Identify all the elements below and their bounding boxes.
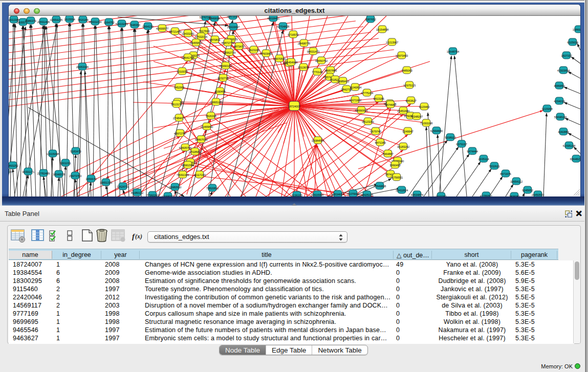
svg-text:3623166: 3623166 xyxy=(248,49,259,52)
svg-text:58867533: 58867533 xyxy=(195,138,208,141)
svg-text:99650752: 99650752 xyxy=(315,59,328,62)
svg-text:38721489: 38721489 xyxy=(169,30,182,33)
svg-text:78091343: 78091343 xyxy=(177,173,189,177)
svg-text:4586850: 4586850 xyxy=(554,84,565,87)
svg-text:63605766: 63605766 xyxy=(179,146,192,149)
svg-text:9463627: 9463627 xyxy=(405,99,417,102)
svg-text:13433200: 13433200 xyxy=(182,32,194,35)
svg-text:22782489: 22782489 xyxy=(37,172,50,175)
svg-text:4060883: 4060883 xyxy=(558,130,569,134)
svg-text:28498776: 28498776 xyxy=(298,42,311,45)
svg-text:20691406: 20691406 xyxy=(37,20,50,24)
svg-text:10973493: 10973493 xyxy=(396,54,408,57)
svg-text:16154838: 16154838 xyxy=(376,28,389,31)
svg-text:11671902: 11671902 xyxy=(349,99,362,102)
svg-text:2087652: 2087652 xyxy=(365,18,376,21)
svg-text:09670546: 09670546 xyxy=(273,57,286,60)
svg-text:32871012: 32871012 xyxy=(227,16,239,18)
svg-text:16117240: 16117240 xyxy=(193,173,206,177)
svg-text:7632621: 7632621 xyxy=(489,165,500,168)
svg-text:4294019: 4294019 xyxy=(554,100,565,103)
svg-text:4893252: 4893252 xyxy=(9,164,19,167)
svg-text:49972787: 49972787 xyxy=(174,132,187,135)
svg-text:(x): (x) xyxy=(135,233,142,240)
svg-text:7648350: 7648350 xyxy=(129,24,140,27)
svg-text:12213967: 12213967 xyxy=(386,41,399,44)
svg-text:10651333: 10651333 xyxy=(100,181,113,184)
svg-text:5674680: 5674680 xyxy=(385,103,396,106)
svg-text:13315098: 13315098 xyxy=(47,152,59,156)
svg-text:61595148: 61595148 xyxy=(563,144,576,147)
svg-text:35454948: 35454948 xyxy=(285,61,298,64)
svg-text:43699577: 43699577 xyxy=(156,27,169,30)
svg-text:06990162: 06990162 xyxy=(220,64,232,68)
svg-text:72624731: 72624731 xyxy=(117,185,129,188)
svg-text:34957885: 34957885 xyxy=(324,69,337,72)
svg-text:2870831: 2870831 xyxy=(209,38,221,41)
svg-text:9301031: 9301031 xyxy=(60,162,71,165)
svg-text:67632016: 67632016 xyxy=(195,35,208,38)
svg-text:20450533: 20450533 xyxy=(532,193,545,196)
svg-text:86872774: 86872774 xyxy=(222,41,234,45)
svg-text:5310033: 5310033 xyxy=(177,70,188,73)
svg-text:0842710: 0842710 xyxy=(341,88,352,91)
svg-text:1656670: 1656670 xyxy=(85,178,97,181)
svg-text:7464887: 7464887 xyxy=(382,152,394,156)
svg-text:48018451: 48018451 xyxy=(267,17,280,20)
svg-text:27849808: 27849808 xyxy=(374,185,386,188)
svg-text:26916697: 26916697 xyxy=(227,26,240,29)
svg-text:5938923: 5938923 xyxy=(445,136,456,139)
svg-text:64990913: 64990913 xyxy=(355,109,368,112)
svg-text:06562729: 06562729 xyxy=(223,51,236,54)
svg-text:4873471: 4873471 xyxy=(233,45,245,48)
svg-text:65648236: 65648236 xyxy=(570,158,580,161)
svg-text:38425135: 38425135 xyxy=(361,193,374,196)
svg-text:1615594: 1615594 xyxy=(64,18,75,21)
svg-text:3990490: 3990490 xyxy=(389,164,401,167)
svg-text:2935114: 2935114 xyxy=(478,158,490,161)
svg-text:53419283: 53419283 xyxy=(116,23,128,26)
svg-text:43303654: 43303654 xyxy=(557,69,570,72)
svg-text:0679740: 0679740 xyxy=(370,130,381,133)
svg-text:93534874: 93534874 xyxy=(411,193,424,196)
svg-text:5183473: 5183473 xyxy=(70,150,81,153)
svg-text:19384554: 19384554 xyxy=(312,139,324,142)
svg-text:74989413: 74989413 xyxy=(337,80,350,83)
svg-text:7826398: 7826398 xyxy=(205,115,216,118)
svg-text:8471676: 8471676 xyxy=(500,172,511,176)
svg-text:8313678: 8313678 xyxy=(298,66,309,69)
svg-text:38346578: 38346578 xyxy=(53,173,66,176)
svg-text:7770143: 7770143 xyxy=(312,71,323,74)
svg-text:90916998: 90916998 xyxy=(311,193,324,196)
svg-text:30980500: 30980500 xyxy=(169,186,182,189)
svg-text:45961586: 45961586 xyxy=(182,164,194,167)
svg-text:12975115: 12975115 xyxy=(403,84,416,87)
svg-text:81080132: 81080132 xyxy=(131,191,144,194)
svg-text:6716572: 6716572 xyxy=(288,33,299,36)
svg-text:62704828: 62704828 xyxy=(277,25,290,28)
svg-text:8613171: 8613171 xyxy=(171,103,182,106)
svg-text:7452991: 7452991 xyxy=(173,86,185,89)
svg-text:27028951: 27028951 xyxy=(189,150,202,154)
svg-text:51079911: 51079911 xyxy=(347,192,360,195)
svg-text:15869232: 15869232 xyxy=(573,28,580,31)
svg-text:55698169: 55698169 xyxy=(554,116,567,119)
svg-text:1607337: 1607337 xyxy=(561,54,572,57)
svg-text:7816184: 7816184 xyxy=(77,18,89,21)
svg-text:6025634: 6025634 xyxy=(567,41,578,44)
svg-text:30391171: 30391171 xyxy=(22,170,35,173)
svg-text:3164752: 3164752 xyxy=(103,21,115,24)
svg-text:7917693: 7917693 xyxy=(199,30,210,33)
svg-text:0249947: 0249947 xyxy=(402,130,413,133)
svg-text:0564139: 0564139 xyxy=(142,25,154,28)
svg-text:8386379: 8386379 xyxy=(25,19,36,23)
svg-text:87603669: 87603669 xyxy=(260,52,273,55)
svg-text:05865185: 05865185 xyxy=(210,101,223,104)
svg-text:94531473: 94531473 xyxy=(307,50,320,53)
svg-text:9474444: 9474444 xyxy=(467,150,478,153)
svg-text:12411824: 12411824 xyxy=(396,189,408,192)
svg-text:43455812: 43455812 xyxy=(190,41,203,45)
svg-text:36183242: 36183242 xyxy=(397,145,410,148)
svg-text:7485063: 7485063 xyxy=(401,69,412,72)
svg-text:78820812: 78820812 xyxy=(206,187,219,190)
